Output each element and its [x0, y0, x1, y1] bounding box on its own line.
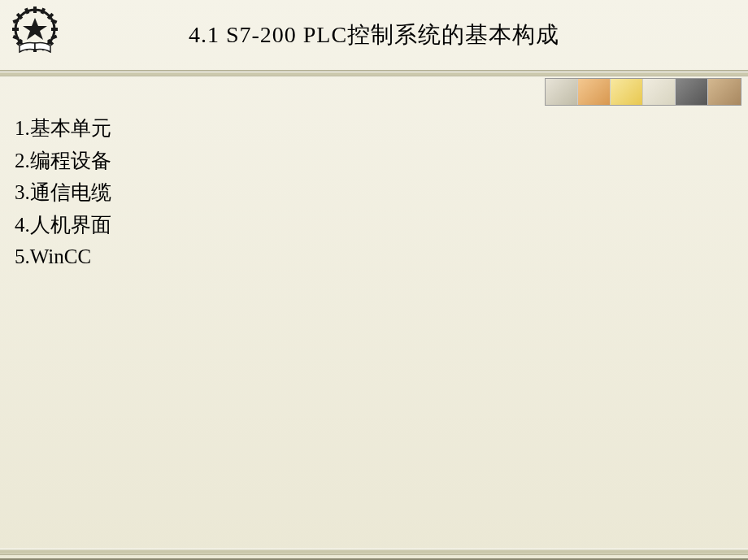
- list-item: 5.WinCC: [15, 241, 733, 273]
- decorative-tile-icon: [546, 79, 578, 105]
- list-item: 3.通信电缆: [15, 176, 733, 209]
- decorative-tile-icon: [643, 79, 676, 105]
- decorative-tile-icon: [676, 79, 708, 105]
- divider-top: [0, 72, 748, 76]
- list-item: 1.基本单元: [15, 112, 733, 145]
- svg-rect-1: [33, 7, 37, 13]
- gear-star-book-logo-icon: [8, 7, 62, 63]
- decorative-icon-strip: [545, 78, 741, 106]
- divider-bottom: [0, 549, 748, 555]
- slide-header: 4.1 S7-200 PLC控制系统的基本构成: [0, 0, 748, 72]
- decorative-tile-icon: [578, 79, 611, 105]
- list-item: 2.编程设备: [15, 145, 733, 177]
- svg-rect-3: [12, 28, 19, 31]
- decorative-tile-icon: [708, 79, 741, 105]
- svg-rect-4: [51, 28, 58, 31]
- list-item: 4.人机界面: [15, 209, 733, 241]
- decorative-tile-icon: [611, 79, 643, 105]
- slide-title: 4.1 S7-200 PLC控制系统的基本构成: [0, 0, 748, 50]
